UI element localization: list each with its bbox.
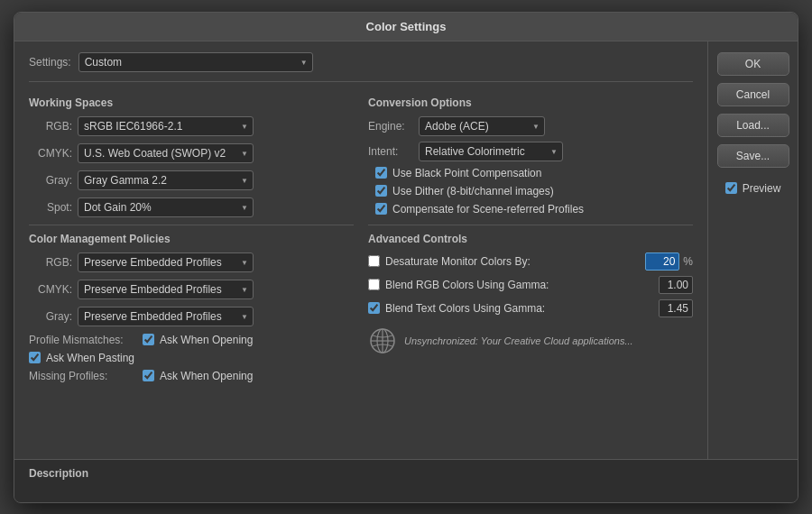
spot-select-wrapper: Dot Gain 20% (78, 197, 254, 217)
blend-text-checkbox[interactable] (368, 302, 380, 314)
blend-rgb-label: Blend RGB Colors Using Gamma: (385, 279, 659, 291)
cmp-cmyk-select[interactable]: Preserve Embedded Profiles (78, 280, 254, 299)
unsync-row: Unsynchronized: Your Creative Cloud appl… (368, 323, 693, 359)
intent-select[interactable]: Relative Colorimetric (419, 142, 563, 161)
settings-row: Settings: Custom (29, 52, 693, 72)
black-point-checkbox[interactable] (375, 167, 387, 179)
engine-select-wrapper: Adobe (ACE) (419, 116, 545, 136)
spot-row: Spot: Dot Gain 20% (29, 197, 354, 217)
conversion-title: Conversion Options (368, 96, 693, 109)
cmp-rgb-label: RGB: (29, 256, 72, 269)
cmp-title: Color Management Policies (29, 233, 354, 245)
dialog-title: Color Settings (366, 20, 447, 33)
cmp-rgb-select-wrapper: Preserve Embedded Profiles (78, 252, 254, 272)
save-button[interactable]: Save... (717, 144, 789, 168)
settings-select-wrapper: Custom (78, 52, 313, 72)
cmp-cmyk-label: CMYK: (29, 283, 72, 296)
blend-text-row: Blend Text Colors Using Gamma: (368, 299, 693, 317)
cmp-gray-row: Gray: Preserve Embedded Profiles (29, 307, 354, 326)
engine-select[interactable]: Adobe (ACE) (419, 116, 545, 136)
separator-1 (29, 81, 693, 82)
compensate-checkbox[interactable] (375, 203, 387, 215)
settings-select[interactable]: Custom (78, 52, 313, 72)
desaturate-checkbox[interactable] (368, 255, 380, 267)
cmp-rgb-select[interactable]: Preserve Embedded Profiles (78, 252, 254, 272)
gray-select-wrapper: Gray Gamma 2.2 (78, 170, 254, 190)
rgb-select[interactable]: sRGB IEC61966-2.1 (78, 116, 254, 136)
right-column: Conversion Options Engine: Adobe (ACE) I… (368, 96, 693, 448)
cmyk-row: CMYK: U.S. Web Coated (SWOP) v2 (29, 143, 354, 163)
desaturate-row: Desaturate Monitor Colors By: % (368, 252, 693, 271)
rgb-select-wrapper: sRGB IEC61966-2.1 (78, 116, 254, 136)
description-section: Description (14, 459, 798, 502)
compensate-row: Compensate for Scene-referred Profiles (368, 203, 693, 216)
preview-row: Preview (725, 182, 781, 195)
intent-select-wrapper: Relative Colorimetric (419, 142, 563, 161)
cancel-button[interactable]: Cancel (717, 83, 789, 106)
advanced-title: Advanced Controls (368, 233, 693, 245)
missing-open-check-row: Ask When Opening (143, 370, 253, 382)
blend-text-label: Blend Text Colors Using Gamma: (385, 302, 659, 315)
dither-label: Use Dither (8-bit/channel images) (392, 185, 554, 197)
gray-label: Gray: (29, 174, 72, 187)
cmp-gray-select[interactable]: Preserve Embedded Profiles (78, 307, 254, 326)
pct-label: % (683, 255, 693, 268)
blend-rgb-checkbox[interactable] (368, 279, 380, 290)
engine-row: Engine: Adobe (ACE) (368, 116, 693, 136)
color-settings-dialog: Color Settings Settings: Custom (14, 12, 798, 503)
dither-row: Use Dither (8-bit/channel images) (368, 185, 693, 197)
blend-rgb-input[interactable] (659, 276, 693, 294)
spot-select[interactable]: Dot Gain 20% (78, 197, 254, 217)
left-column: Working Spaces RGB: sRGB IEC61966-2.1 CM… (29, 96, 354, 448)
mismatch-open-label: Ask When Opening (160, 334, 253, 346)
description-title: Description (29, 467, 88, 480)
intent-row: Intent: Relative Colorimetric (368, 142, 693, 161)
main-content: Settings: Custom Working Spaces R (14, 41, 707, 459)
gray-row: Gray: Gray Gamma 2.2 (29, 170, 354, 190)
preview-label: Preview (743, 182, 781, 195)
mismatch-paste-label: Ask When Pasting (46, 352, 134, 364)
desaturate-label: Desaturate Monitor Colors By: (385, 255, 645, 268)
black-point-row: Use Black Point Compensation (368, 167, 693, 179)
mismatch-open-check-row: Ask When Opening (143, 334, 253, 346)
blend-rgb-row: Blend RGB Colors Using Gamma: (368, 276, 693, 294)
spot-label: Spot: (29, 201, 72, 214)
unsync-text: Unsynchronized: Your Creative Cloud appl… (404, 335, 633, 346)
missing-label: Missing Profiles: (29, 370, 137, 382)
globe-icon (368, 326, 397, 355)
dialog-body: Settings: Custom Working Spaces R (14, 41, 798, 459)
rgb-row: RGB: sRGB IEC61966-2.1 (29, 116, 354, 136)
intent-label: Intent: (368, 145, 413, 158)
load-button[interactable]: Load... (717, 114, 789, 137)
desaturate-input[interactable] (645, 252, 679, 271)
missing-row: Missing Profiles: Ask When Opening (29, 370, 354, 382)
dither-checkbox[interactable] (375, 185, 387, 197)
sidebar: OK Cancel Load... Save... Preview (707, 41, 798, 459)
cmyk-label: CMYK: (29, 147, 72, 160)
cmp-gray-select-wrapper: Preserve Embedded Profiles (78, 307, 254, 326)
missing-open-label: Ask When Opening (160, 370, 253, 382)
mismatch-paste-checkbox[interactable] (29, 352, 41, 363)
black-point-label: Use Black Point Compensation (392, 167, 541, 179)
two-columns: Working Spaces RGB: sRGB IEC61966-2.1 CM… (29, 96, 693, 448)
missing-open-checkbox[interactable] (143, 370, 154, 381)
compensate-label: Compensate for Scene-referred Profiles (392, 203, 584, 216)
mismatch-paste-check-row: Ask When Pasting (29, 352, 134, 364)
ok-button[interactable]: OK (717, 52, 789, 76)
preview-checkbox[interactable] (725, 182, 737, 194)
blend-text-input[interactable] (659, 299, 693, 317)
engine-label: Engine: (368, 120, 413, 133)
cmp-cmyk-select-wrapper: Preserve Embedded Profiles (78, 280, 254, 299)
separator-3 (368, 225, 693, 225)
gray-select[interactable]: Gray Gamma 2.2 (78, 170, 254, 190)
settings-label: Settings: (29, 56, 71, 69)
mismatch-open-checkbox[interactable] (143, 334, 154, 345)
mismatch-row: Profile Mismatches: Ask When Opening Ask… (29, 334, 354, 364)
cmyk-select[interactable]: U.S. Web Coated (SWOP) v2 (78, 143, 254, 163)
separator-2 (29, 225, 354, 225)
cmp-cmyk-row: CMYK: Preserve Embedded Profiles (29, 280, 354, 299)
cmyk-select-wrapper: U.S. Web Coated (SWOP) v2 (78, 143, 254, 163)
cmp-gray-label: Gray: (29, 310, 72, 323)
working-spaces-title: Working Spaces (29, 96, 354, 109)
settings-top: Settings: Custom (29, 52, 693, 89)
